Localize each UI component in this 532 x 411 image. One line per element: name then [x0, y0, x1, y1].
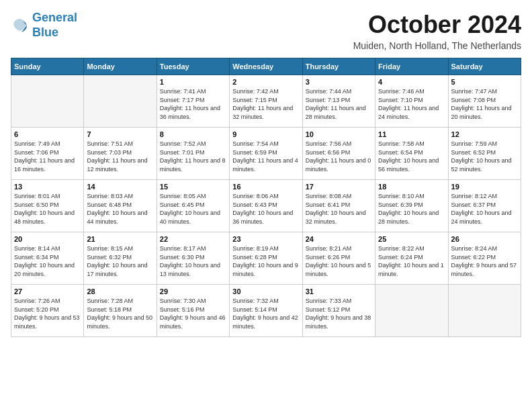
calendar-cell: 11Sunrise: 7:58 AM Sunset: 6:54 PM Dayli…	[375, 128, 448, 180]
weekday-header-sunday: Sunday	[11, 58, 84, 75]
day-number: 10	[306, 130, 372, 138]
calendar-cell: 18Sunrise: 8:10 AM Sunset: 6:39 PM Dayli…	[375, 180, 448, 232]
weekday-header-wednesday: Wednesday	[230, 58, 302, 75]
day-info: Sunrise: 7:59 AM Sunset: 6:52 PM Dayligh…	[451, 140, 518, 173]
day-number: 25	[378, 235, 445, 243]
day-number: 4	[378, 78, 445, 86]
day-info: Sunrise: 8:05 AM Sunset: 6:45 PM Dayligh…	[160, 192, 226, 226]
calendar-cell: 16Sunrise: 8:06 AM Sunset: 6:43 PM Dayli…	[230, 180, 302, 232]
calendar-cell: 12Sunrise: 7:59 AM Sunset: 6:52 PM Dayli…	[448, 128, 521, 180]
day-number: 23	[232, 235, 299, 243]
weekday-header-tuesday: Tuesday	[157, 58, 229, 75]
calendar-cell: 27Sunrise: 7:26 AM Sunset: 5:20 PM Dayli…	[11, 285, 84, 337]
day-info: Sunrise: 8:15 AM Sunset: 6:32 PM Dayligh…	[87, 244, 153, 278]
day-number: 26	[451, 235, 518, 243]
day-info: Sunrise: 7:30 AM Sunset: 5:16 PM Dayligh…	[160, 297, 226, 330]
day-number: 11	[378, 130, 445, 138]
calendar-week-1: 1Sunrise: 7:41 AM Sunset: 7:17 PM Daylig…	[11, 75, 521, 128]
day-info: Sunrise: 8:19 AM Sunset: 6:28 PM Dayligh…	[232, 244, 299, 278]
calendar-cell: 31Sunrise: 7:33 AM Sunset: 5:12 PM Dayli…	[302, 285, 375, 337]
day-number: 12	[451, 130, 518, 138]
day-info: Sunrise: 8:01 AM Sunset: 6:50 PM Dayligh…	[14, 192, 81, 226]
calendar-cell: 24Sunrise: 8:21 AM Sunset: 6:26 PM Dayli…	[302, 232, 375, 285]
weekday-header-saturday: Saturday	[448, 58, 521, 75]
day-number: 21	[87, 235, 153, 243]
calendar-cell: 25Sunrise: 8:22 AM Sunset: 6:24 PM Dayli…	[375, 232, 448, 285]
weekday-header-thursday: Thursday	[302, 58, 375, 75]
calendar-cell: 15Sunrise: 8:05 AM Sunset: 6:45 PM Dayli…	[157, 180, 229, 232]
day-info: Sunrise: 8:06 AM Sunset: 6:43 PM Dayligh…	[232, 192, 299, 226]
day-info: Sunrise: 7:28 AM Sunset: 5:18 PM Dayligh…	[87, 297, 153, 330]
day-info: Sunrise: 7:44 AM Sunset: 7:13 PM Dayligh…	[306, 87, 372, 121]
day-number: 29	[160, 287, 226, 295]
day-info: Sunrise: 8:10 AM Sunset: 6:39 PM Dayligh…	[378, 192, 445, 226]
day-number: 24	[306, 235, 372, 243]
day-info: Sunrise: 8:08 AM Sunset: 6:41 PM Dayligh…	[306, 192, 372, 226]
calendar-cell: 3Sunrise: 7:44 AM Sunset: 7:13 PM Daylig…	[302, 75, 375, 128]
day-info: Sunrise: 8:21 AM Sunset: 6:26 PM Dayligh…	[306, 244, 372, 278]
calendar-cell: 1Sunrise: 7:41 AM Sunset: 7:17 PM Daylig…	[157, 75, 229, 128]
day-number: 20	[14, 235, 81, 243]
day-number: 6	[14, 130, 81, 138]
calendar-body: 1Sunrise: 7:41 AM Sunset: 7:17 PM Daylig…	[11, 75, 521, 337]
day-info: Sunrise: 7:56 AM Sunset: 6:56 PM Dayligh…	[306, 140, 372, 173]
weekday-header-monday: Monday	[84, 58, 157, 75]
calendar-cell: 5Sunrise: 7:47 AM Sunset: 7:08 PM Daylig…	[448, 75, 521, 128]
day-number: 1	[160, 78, 226, 86]
day-number: 14	[87, 183, 153, 191]
day-number: 27	[14, 287, 81, 295]
calendar-cell: 19Sunrise: 8:12 AM Sunset: 6:37 PM Dayli…	[448, 180, 521, 232]
day-info: Sunrise: 7:41 AM Sunset: 7:17 PM Dayligh…	[160, 87, 226, 121]
calendar-cell: 17Sunrise: 8:08 AM Sunset: 6:41 PM Dayli…	[302, 180, 375, 232]
day-info: Sunrise: 7:49 AM Sunset: 7:06 PM Dayligh…	[14, 140, 81, 173]
calendar-cell: 7Sunrise: 7:51 AM Sunset: 7:03 PM Daylig…	[84, 128, 157, 180]
day-info: Sunrise: 8:14 AM Sunset: 6:34 PM Dayligh…	[14, 244, 81, 278]
day-number: 16	[232, 183, 299, 191]
weekday-header-friday: Friday	[375, 58, 448, 75]
day-info: Sunrise: 7:32 AM Sunset: 5:14 PM Dayligh…	[232, 297, 299, 330]
logo-icon	[11, 16, 30, 35]
day-info: Sunrise: 8:24 AM Sunset: 6:22 PM Dayligh…	[451, 244, 518, 278]
day-number: 13	[14, 183, 81, 191]
day-number: 18	[378, 183, 445, 191]
calendar-cell: 29Sunrise: 7:30 AM Sunset: 5:16 PM Dayli…	[157, 285, 229, 337]
day-number: 5	[451, 78, 518, 86]
calendar-cell: 23Sunrise: 8:19 AM Sunset: 6:28 PM Dayli…	[230, 232, 302, 285]
day-number: 9	[232, 130, 299, 138]
day-number: 7	[87, 130, 153, 138]
day-number: 31	[306, 287, 372, 295]
calendar-week-2: 6Sunrise: 7:49 AM Sunset: 7:06 PM Daylig…	[11, 128, 521, 180]
calendar-cell: 26Sunrise: 8:24 AM Sunset: 6:22 PM Dayli…	[448, 232, 521, 285]
day-info: Sunrise: 8:17 AM Sunset: 6:30 PM Dayligh…	[160, 244, 226, 278]
title-area: October 2024 Muiden, North Holland, The …	[353, 11, 521, 51]
calendar-cell: 28Sunrise: 7:28 AM Sunset: 5:18 PM Dayli…	[84, 285, 157, 337]
day-number: 30	[232, 287, 299, 295]
calendar-cell: 2Sunrise: 7:42 AM Sunset: 7:15 PM Daylig…	[230, 75, 302, 128]
calendar-table: SundayMondayTuesdayWednesdayThursdayFrid…	[11, 58, 521, 337]
calendar-cell	[84, 75, 157, 128]
calendar-cell: 10Sunrise: 7:56 AM Sunset: 6:56 PM Dayli…	[302, 128, 375, 180]
day-number: 3	[306, 78, 372, 86]
day-number: 2	[232, 78, 299, 86]
calendar-cell: 22Sunrise: 8:17 AM Sunset: 6:30 PM Dayli…	[157, 232, 229, 285]
day-info: Sunrise: 8:03 AM Sunset: 6:48 PM Dayligh…	[87, 192, 153, 226]
day-info: Sunrise: 7:42 AM Sunset: 7:15 PM Dayligh…	[232, 87, 299, 121]
day-info: Sunrise: 8:12 AM Sunset: 6:37 PM Dayligh…	[451, 192, 518, 226]
calendar-cell: 8Sunrise: 7:52 AM Sunset: 7:01 PM Daylig…	[157, 128, 229, 180]
day-info: Sunrise: 7:52 AM Sunset: 7:01 PM Dayligh…	[160, 140, 226, 173]
day-number: 22	[160, 235, 226, 243]
day-info: Sunrise: 7:26 AM Sunset: 5:20 PM Dayligh…	[14, 297, 81, 330]
day-number: 17	[306, 183, 372, 191]
day-number: 28	[87, 287, 153, 295]
day-info: Sunrise: 7:54 AM Sunset: 6:59 PM Dayligh…	[232, 140, 299, 173]
calendar-cell: 13Sunrise: 8:01 AM Sunset: 6:50 PM Dayli…	[11, 180, 84, 232]
day-info: Sunrise: 7:58 AM Sunset: 6:54 PM Dayligh…	[378, 140, 445, 173]
day-info: Sunrise: 7:47 AM Sunset: 7:08 PM Dayligh…	[451, 87, 518, 121]
location-subtitle: Muiden, North Holland, The Netherlands	[353, 40, 521, 51]
calendar-cell: 14Sunrise: 8:03 AM Sunset: 6:48 PM Dayli…	[84, 180, 157, 232]
day-number: 19	[451, 183, 518, 191]
month-title: October 2024	[353, 11, 521, 39]
logo: General Blue	[11, 11, 77, 40]
calendar-header-row: SundayMondayTuesdayWednesdayThursdayFrid…	[11, 58, 521, 75]
calendar-cell: 6Sunrise: 7:49 AM Sunset: 7:06 PM Daylig…	[11, 128, 84, 180]
